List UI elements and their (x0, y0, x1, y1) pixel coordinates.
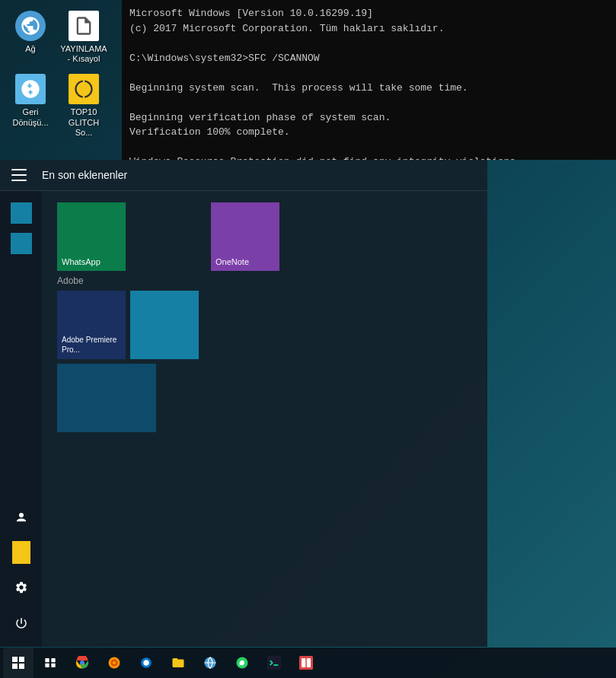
whatsapp-tile-label: WhatsApp (62, 257, 121, 266)
explorer-button[interactable] (163, 648, 193, 678)
svg-rect-2 (51, 658, 55, 662)
sticky-note-icon[interactable] (12, 541, 30, 564)
edge-button[interactable] (131, 648, 161, 678)
cmd-line-5 (129, 65, 608, 81)
recycle-icon (15, 74, 46, 104)
desktop-icon-yayinlama[interactable]: YAYINLAMA- Kısayol (57, 8, 110, 67)
tile-blue1[interactable] (130, 291, 199, 359)
start-menu-title: En son eklenenler (42, 169, 127, 181)
cmd-line-1: Microsoft Windows [Version 10.0.16299.19… (129, 6, 608, 21)
cmd-line-8: Beginning verification phase of system s… (129, 110, 608, 126)
svg-rect-11 (267, 656, 281, 670)
cmd-line-11: Windows Resource Protection did not find… (129, 154, 608, 160)
geri-label: GeriDönüşü... (12, 107, 48, 127)
windows-logo-icon (12, 657, 24, 669)
hamburger-menu-icon[interactable] (11, 169, 27, 181)
user-button[interactable] (9, 505, 34, 530)
top10-label: TOP10GLITCH So... (60, 107, 107, 138)
start-sidebar (0, 191, 42, 647)
yayinlama-label: YAYINLAMA- Kısayol (60, 44, 107, 64)
edge-icon (139, 656, 153, 670)
glitch-icon (69, 74, 99, 104)
cmd-line-9: Verification 100% complete. (129, 125, 608, 140)
svg-rect-13 (302, 658, 305, 667)
app-taskbar-icon (299, 656, 313, 670)
svg-point-8 (113, 661, 116, 665)
tile-onenote[interactable]: OneNote (211, 202, 279, 271)
settings-button[interactable] (9, 575, 34, 600)
cmd-taskbar-icon (267, 656, 281, 670)
svg-rect-4 (51, 664, 55, 667)
cmd-line-3 (129, 36, 608, 51)
sidebar-bottom (9, 505, 34, 647)
cmd-line-7 (129, 95, 608, 110)
power-button[interactable] (9, 611, 34, 635)
svg-point-0 (19, 513, 24, 517)
start-menu-body: WhatsApp OneNote Adobe Adobe Premiere Pr… (0, 191, 487, 647)
cmd-line-6: Beginning system scan. This process will… (129, 81, 608, 96)
cmd-taskbar-button[interactable] (259, 648, 289, 678)
onenote-tile-label: OneNote (215, 257, 275, 266)
tile-whatsapp[interactable]: WhatsApp (57, 202, 126, 271)
firefox-icon (107, 656, 121, 670)
cmd-line-2: (c) 2017 Microsoft Corporation. Tüm hakl… (129, 21, 608, 37)
tile-adobe-premiere[interactable]: Adobe Premiere Pro... (57, 291, 126, 359)
start-menu-header: En son eklenenler (0, 160, 487, 191)
adobe-premiere-tile-label: Adobe Premiere Pro... (62, 335, 121, 355)
desktop-icon-ag[interactable]: Ağ (4, 8, 57, 57)
pinned-apps (11, 202, 32, 254)
task-view-button[interactable] (35, 648, 65, 678)
task-view-icon (44, 657, 56, 669)
cmd-line-10 (129, 140, 608, 155)
chrome-button[interactable] (67, 648, 97, 678)
svg-rect-3 (45, 664, 49, 667)
svg-rect-1 (45, 658, 49, 662)
start-menu: En son eklenenler (0, 160, 487, 647)
desktop-icons: Ağ YAYINLAMA- Kısayol GeriDönüşü... TOP1… (4, 8, 122, 145)
network-taskbar-icon (203, 656, 217, 670)
tiles-area: WhatsApp OneNote Adobe Adobe Premiere Pr… (42, 191, 487, 647)
taskbar (0, 648, 616, 678)
network-button[interactable] (195, 648, 225, 678)
whatsapp-taskbar-icon (235, 656, 249, 670)
yayinlama-icon (69, 11, 99, 41)
cmd-line-4: C:\Windows\system32>SFC /SCANNOW (129, 51, 608, 66)
svg-rect-12 (299, 656, 313, 670)
svg-rect-14 (307, 658, 311, 667)
pinned-app-2[interactable] (11, 233, 32, 254)
ag-label: Ağ (25, 44, 35, 54)
whatsapp-taskbar-button[interactable] (227, 648, 257, 678)
desktop-icon-top10[interactable]: TOP10GLITCH So... (57, 71, 110, 141)
app-taskbar-button[interactable] (291, 648, 321, 678)
desktop-icon-geri[interactable]: GeriDönüşü... (4, 71, 57, 130)
network-icon (15, 11, 46, 41)
cmd-window: Microsoft Windows [Version 10.0.16299.19… (122, 0, 616, 160)
explorer-icon (171, 656, 185, 670)
desktop: Microsoft Windows [Version 10.0.16299.19… (0, 0, 616, 678)
adobe-section-label: Adobe (57, 275, 472, 286)
start-button[interactable] (3, 648, 34, 678)
pinned-app-1[interactable] (11, 202, 32, 224)
chrome-icon (75, 656, 89, 670)
firefox-button[interactable] (99, 648, 129, 678)
tile-blue-wide[interactable] (57, 364, 156, 432)
